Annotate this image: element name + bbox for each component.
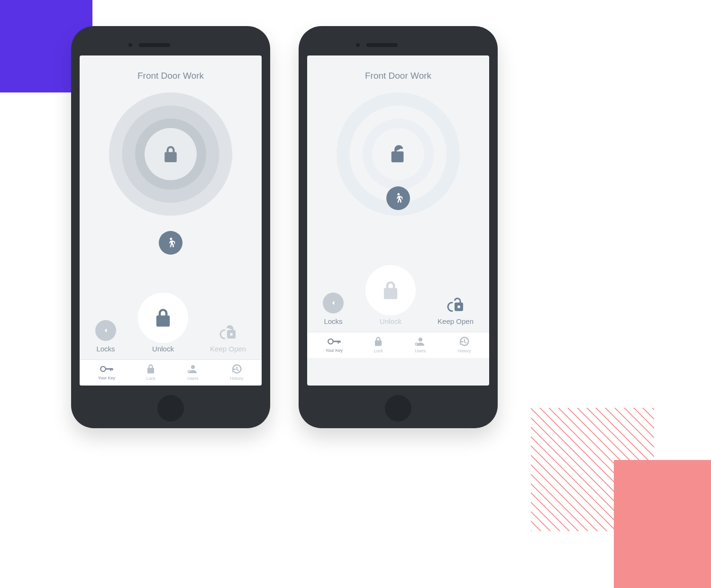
nav-label: Lock (146, 376, 155, 381)
nav-label: Lock (374, 349, 383, 353)
speaker-slot (366, 43, 398, 47)
proximity-dot (128, 43, 132, 47)
svg-point-13 (328, 339, 333, 344)
locks-back-button[interactable]: Locks (95, 320, 116, 353)
chevron-left-icon (95, 320, 116, 341)
lock-open-icon (389, 143, 408, 165)
nav-lock[interactable]: Lock (374, 336, 383, 353)
nav-your-key[interactable]: Your Key (326, 337, 343, 353)
bottom-nav: Your Key Lock Users (307, 332, 489, 358)
phone-hardware-top (80, 35, 262, 55)
keep-open-label: Keep Open (210, 345, 246, 353)
keep-open-button[interactable]: Keep Open (438, 296, 474, 325)
nav-label: Users (415, 349, 426, 353)
nav-lock[interactable]: Lock (146, 364, 155, 381)
keep-open-label: Keep Open (438, 317, 474, 325)
svg-point-17 (419, 338, 422, 341)
pedestrian-icon (393, 193, 403, 204)
unlock-button[interactable]: Unlock (138, 293, 188, 353)
svg-rect-15 (337, 341, 338, 344)
locks-back-label: Locks (96, 345, 115, 353)
lock-title: Front Door Work (307, 55, 489, 86)
svg-point-2 (230, 333, 233, 336)
unlock-button[interactable]: Unlock (365, 265, 416, 325)
svg-rect-6 (112, 368, 113, 371)
speaker-slot (139, 43, 170, 47)
lock-status-visual[interactable] (109, 92, 232, 216)
history-icon (458, 336, 470, 347)
locks-back-button[interactable]: Locks (323, 293, 344, 325)
locks-back-label: Locks (324, 317, 342, 325)
phone-mockup-locked: Front Door Work (71, 26, 270, 428)
nav-label: History (230, 376, 243, 381)
nav-label: History (457, 349, 471, 353)
nav-your-key[interactable]: Your Key (98, 364, 115, 380)
unlock-label: Unlock (380, 317, 401, 325)
nav-history[interactable]: History (230, 364, 243, 381)
svg-point-8 (188, 370, 190, 373)
action-row: Locks Unlock (307, 256, 489, 332)
keep-open-icon (446, 296, 465, 313)
keep-open-icon (219, 324, 237, 341)
phone-home-button (385, 395, 411, 422)
phone-home-button (157, 395, 184, 422)
lock-title: Front Door Work (80, 55, 262, 86)
nav-label: Users (187, 376, 199, 381)
nav-history[interactable]: History (457, 336, 471, 353)
users-icon (187, 364, 199, 374)
nav-label: Your Key (326, 348, 343, 353)
lock-closed-icon (163, 145, 179, 164)
svg-point-7 (191, 365, 195, 369)
svg-rect-16 (339, 341, 340, 343)
key-icon (327, 337, 341, 346)
app-screen-unlocked: Front Door Work (307, 55, 489, 386)
svg-point-10 (397, 193, 400, 195)
lock-icon (146, 364, 155, 374)
svg-point-0 (170, 238, 172, 240)
bottom-nav: Your Key Lock Users (80, 360, 262, 386)
svg-point-12 (457, 305, 460, 308)
nav-users[interactable]: Users (187, 364, 199, 381)
app-screen-locked: Front Door Work (80, 55, 262, 386)
pedestrian-icon (166, 237, 175, 248)
presence-button[interactable] (386, 186, 410, 210)
svg-rect-9 (392, 151, 404, 162)
chevron-left-icon (323, 293, 344, 313)
svg-rect-5 (110, 368, 111, 371)
lock-icon (374, 336, 383, 347)
lock-closed-icon (365, 265, 416, 315)
keep-open-button[interactable]: Keep Open (210, 324, 246, 353)
phone-hardware-top (307, 35, 489, 55)
key-icon (100, 364, 114, 374)
presence-button[interactable] (159, 231, 182, 255)
unlock-label: Unlock (152, 345, 174, 353)
history-icon (231, 364, 242, 374)
lock-closed-icon (138, 293, 188, 343)
svg-point-18 (415, 343, 418, 345)
decoration-pink-square (614, 460, 711, 588)
proximity-dot (356, 43, 360, 47)
svg-point-3 (100, 367, 106, 372)
nav-label: Your Key (98, 376, 115, 380)
nav-users[interactable]: Users (414, 336, 427, 353)
phone-mockup-unlocked: Front Door Work (299, 26, 498, 428)
users-icon (414, 336, 427, 347)
action-row: Locks Unlock (80, 283, 262, 360)
